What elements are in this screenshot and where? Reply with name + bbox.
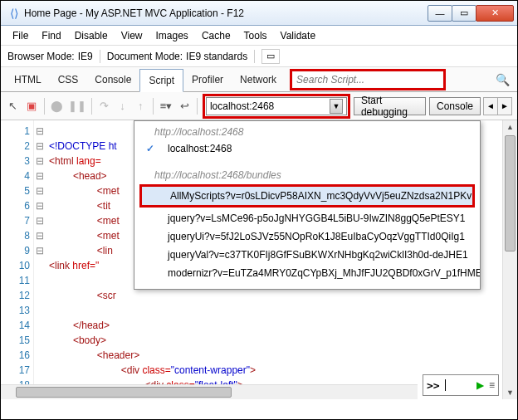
tab-network[interactable]: Network bbox=[232, 69, 285, 90]
scroll-thumb[interactable] bbox=[16, 387, 232, 398]
browser-mode-value[interactable]: IE9 bbox=[78, 51, 93, 62]
start-debugging-button[interactable]: Start debugging bbox=[354, 97, 426, 115]
tab-script[interactable]: Script bbox=[139, 69, 183, 92]
line-number: 10 bbox=[1, 258, 30, 273]
scroll-thumb[interactable] bbox=[505, 135, 516, 252]
line-number: 5 bbox=[1, 183, 30, 198]
dropdown-item[interactable]: localhost:2468 bbox=[134, 139, 480, 158]
dropdown-item[interactable]: jqueryVal?v=c37TK0FIj8GfFSuBKWXrNHbgKq2w… bbox=[134, 246, 480, 264]
dropdown-group-label: http://localhost:2468 bbox=[134, 121, 480, 139]
fold-gutter[interactable]: ⊟⊟⊟⊟⊟⊟⊟⊟⊟ bbox=[34, 120, 46, 399]
app-icon: ⟨⟩ bbox=[7, 7, 21, 20]
vertical-scrollbar[interactable]: ▲ ▼ bbox=[502, 120, 517, 399]
scroll-up-icon[interactable]: ▲ bbox=[503, 120, 517, 134]
dropdown-group-label: http://localhost:2468/bundles bbox=[134, 164, 480, 183]
line-number: 17 bbox=[1, 363, 30, 378]
menu-file[interactable]: File bbox=[7, 28, 33, 43]
line-number: 9 bbox=[1, 243, 30, 258]
menu-view[interactable]: View bbox=[116, 28, 148, 43]
script-dropdown-highlight: localhost:2468 ▼ bbox=[203, 94, 350, 119]
select-element-icon[interactable]: ▣ bbox=[24, 97, 39, 115]
search-input[interactable] bbox=[293, 72, 442, 87]
horizontal-scrollbar[interactable] bbox=[1, 384, 418, 399]
dropdown-value: localhost:2468 bbox=[210, 100, 274, 112]
search-icon[interactable]: 🔍 bbox=[492, 70, 512, 90]
script-toolbar: ↖ ▣ ⬤ ❚❚ ↷ ↓ ↑ ≡▾ ↩ localhost:2468 ▼ Sta… bbox=[1, 92, 517, 120]
line-number: 16 bbox=[1, 348, 30, 363]
dropdown-item-highlight: AllMyScripts?v=r0sLDicvP58AIXN_mc3QdyVvV… bbox=[139, 184, 475, 208]
code-editor: 1 2 3 4 5 6 7 8 9 10 11 12 13 14 15 16 1… bbox=[1, 120, 517, 399]
pointer-icon[interactable]: ↖ bbox=[6, 97, 21, 115]
menu-images[interactable]: Images bbox=[151, 28, 193, 43]
console-prompt-bar[interactable]: >> ▶ ≡ bbox=[423, 374, 499, 396]
chevron-down-icon[interactable]: ▼ bbox=[330, 99, 343, 114]
line-number: 4 bbox=[1, 168, 30, 183]
separator bbox=[197, 98, 198, 115]
separator bbox=[254, 50, 255, 63]
maximize-button[interactable]: ▭ bbox=[452, 5, 476, 22]
line-gutter: 1 2 3 4 5 6 7 8 9 10 11 12 13 14 15 16 1… bbox=[1, 120, 34, 399]
wrap-icon[interactable]: ↩ bbox=[177, 97, 192, 115]
scroll-down-icon[interactable]: ▼ bbox=[503, 386, 517, 399]
dropdown-item[interactable]: jquery?v=LsMCe96-p5oJgNHYGGB4L5iBU-9IwZI… bbox=[134, 209, 480, 227]
stop-icon[interactable]: ⬤ bbox=[50, 97, 65, 115]
window-title: Home Page - My ASP.NET MVC Application -… bbox=[24, 7, 428, 19]
browser-mode-label: Browser Mode: bbox=[7, 51, 75, 62]
menu-cache[interactable]: Cache bbox=[197, 28, 236, 43]
pin-icon[interactable]: ▭ bbox=[261, 49, 280, 64]
format-icon[interactable]: ≡▾ bbox=[159, 97, 173, 115]
pause-icon[interactable]: ❚❚ bbox=[68, 97, 86, 115]
document-mode-value[interactable]: IE9 standards bbox=[186, 51, 247, 62]
separator bbox=[91, 98, 92, 115]
line-number: 2 bbox=[1, 139, 30, 154]
separator bbox=[153, 98, 154, 115]
dropdown-item[interactable]: jqueryUi?v=5fJ2LoSJVz55NOpRoK1J8EuIbaCyO… bbox=[134, 227, 480, 246]
step-over-icon[interactable]: ↷ bbox=[96, 97, 111, 115]
step-into-icon[interactable]: ↓ bbox=[115, 97, 130, 115]
tab-html[interactable]: HTML bbox=[6, 69, 50, 90]
nav-next-icon[interactable]: ► bbox=[497, 97, 512, 115]
line-number: 15 bbox=[1, 333, 30, 348]
tab-profiler[interactable]: Profiler bbox=[183, 69, 232, 90]
tab-bar: HTML CSS Console Script Profiler Network… bbox=[1, 67, 517, 92]
separator bbox=[44, 98, 45, 115]
line-number: 13 bbox=[1, 303, 30, 318]
tab-console[interactable]: Console bbox=[86, 69, 139, 90]
console-button[interactable]: Console bbox=[429, 97, 481, 115]
menu-validate[interactable]: Validate bbox=[276, 28, 320, 43]
cursor bbox=[445, 379, 446, 391]
dropdown-item[interactable]: modernizr?v=EuTZa4MRY0ZqCYpBXj_MhJfFJU2Q… bbox=[134, 264, 480, 282]
line-number: 12 bbox=[1, 288, 30, 303]
nav-arrows: ◄ ► bbox=[484, 97, 512, 115]
minimize-button[interactable]: — bbox=[428, 5, 452, 22]
search-highlight bbox=[290, 69, 446, 90]
window-controls: — ▭ ✕ bbox=[428, 5, 514, 22]
dropdown-item[interactable]: AllMyScripts?v=r0sLDicvP58AIXN_mc3QdyVvV… bbox=[142, 187, 472, 205]
document-mode-label: Document Mode: bbox=[107, 51, 183, 62]
line-number: 3 bbox=[1, 154, 30, 168]
menu-bar: File Find Disable View Images Cache Tool… bbox=[1, 26, 517, 46]
multiline-icon[interactable]: ≡ bbox=[489, 379, 495, 391]
close-button[interactable]: ✕ bbox=[476, 5, 514, 22]
script-dropdown-popup: http://localhost:2468 localhost:2468 htt… bbox=[134, 120, 481, 290]
console-prompt: >> bbox=[427, 379, 440, 392]
line-number: 11 bbox=[1, 273, 30, 288]
menu-tools[interactable]: Tools bbox=[239, 28, 272, 43]
line-number: 7 bbox=[1, 213, 30, 228]
tab-css[interactable]: CSS bbox=[50, 69, 87, 90]
line-number: 1 bbox=[1, 124, 30, 139]
line-number: 14 bbox=[1, 318, 30, 333]
nav-prev-icon[interactable]: ◄ bbox=[483, 97, 498, 115]
step-out-icon[interactable]: ↑ bbox=[133, 97, 148, 115]
menu-disable[interactable]: Disable bbox=[70, 28, 113, 43]
mode-bar: Browser Mode: IE9 Document Mode: IE9 sta… bbox=[1, 46, 517, 67]
menu-find[interactable]: Find bbox=[37, 28, 66, 43]
window-titlebar: ⟨⟩ Home Page - My ASP.NET MVC Applicatio… bbox=[1, 1, 517, 26]
line-number: 8 bbox=[1, 228, 30, 243]
separator bbox=[100, 50, 100, 63]
line-number: 6 bbox=[1, 198, 30, 213]
run-icon[interactable]: ▶ bbox=[476, 379, 484, 391]
script-file-dropdown[interactable]: localhost:2468 ▼ bbox=[206, 97, 347, 115]
